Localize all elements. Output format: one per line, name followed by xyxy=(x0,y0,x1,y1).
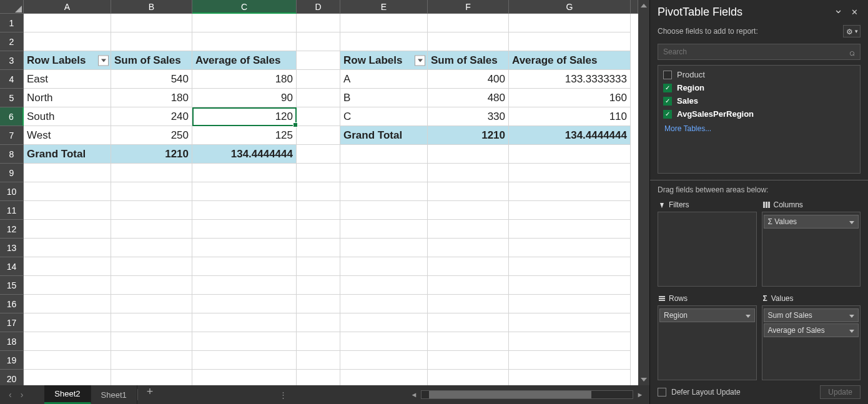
bg-cell[interactable] xyxy=(24,239,111,257)
row-header-17[interactable]: 17 xyxy=(0,313,24,332)
values-drop-zone[interactable]: Sum of SalesAverage of Sales xyxy=(762,305,861,380)
bg-cell[interactable] xyxy=(111,295,192,313)
bg-cell[interactable] xyxy=(297,107,340,126)
field-checkbox[interactable] xyxy=(663,110,672,119)
sheet-tab[interactable]: Sheet1 xyxy=(91,385,137,404)
cell-A7[interactable]: West xyxy=(24,126,111,145)
cell-F5[interactable]: 480 xyxy=(428,89,509,107)
row-header-12[interactable]: 12 xyxy=(0,220,24,239)
bg-cell[interactable] xyxy=(297,257,340,276)
filters-drop-zone[interactable] xyxy=(658,212,757,287)
area-chip[interactable]: Sum of Sales xyxy=(764,308,859,322)
bg-cell[interactable] xyxy=(24,201,111,220)
bg-cell[interactable] xyxy=(192,201,297,220)
add-sheet-button[interactable]: + xyxy=(138,385,162,404)
cell-C8[interactable]: 134.4444444 xyxy=(192,145,297,164)
bg-cell[interactable] xyxy=(340,332,428,351)
bg-cell[interactable] xyxy=(111,313,192,332)
bg-cell[interactable] xyxy=(111,220,192,239)
bg-cell[interactable] xyxy=(509,164,631,182)
bg-cell[interactable] xyxy=(297,239,340,257)
scroll-up-icon[interactable] xyxy=(638,0,649,11)
collapse-pane-icon[interactable] xyxy=(832,5,844,19)
bg-cell[interactable] xyxy=(509,145,631,164)
defer-update-checkbox[interactable] xyxy=(658,388,666,397)
bg-cell[interactable] xyxy=(297,370,340,385)
bg-cell[interactable] xyxy=(509,182,631,201)
cell-B7[interactable]: 250 xyxy=(111,126,192,145)
row-header-4[interactable]: 4 xyxy=(0,70,24,89)
bg-cell[interactable] xyxy=(428,370,509,385)
cell-G5[interactable]: 160 xyxy=(509,89,631,107)
bg-cell[interactable] xyxy=(192,220,297,239)
vertical-scrollbar[interactable] xyxy=(638,0,649,385)
cell-B5[interactable]: 180 xyxy=(111,89,192,107)
bg-cell[interactable] xyxy=(192,32,297,51)
chip-dropdown-icon[interactable] xyxy=(846,326,854,335)
field-checkbox[interactable] xyxy=(663,97,672,106)
cell-A8[interactable]: Grand Total xyxy=(24,145,111,164)
cell-E5[interactable]: B xyxy=(340,89,428,107)
cell-G4[interactable]: 133.3333333 xyxy=(509,70,631,89)
bg-cell[interactable] xyxy=(111,14,192,32)
bg-cell[interactable] xyxy=(428,351,509,370)
bg-cell[interactable] xyxy=(297,276,340,295)
col-header-C[interactable]: C xyxy=(192,0,297,14)
grid[interactable]: ABCDEFG 1234567891011121314151617181920 … xyxy=(0,0,649,385)
row-header-2[interactable]: 2 xyxy=(0,32,24,51)
row-header-13[interactable]: 13 xyxy=(0,239,24,257)
bg-cell[interactable] xyxy=(297,70,340,89)
bg-cell[interactable] xyxy=(428,32,509,51)
bg-cell[interactable] xyxy=(297,126,340,145)
cell-A6[interactable]: South xyxy=(24,107,111,126)
hscroll-thumb[interactable] xyxy=(429,391,591,398)
bg-cell[interactable] xyxy=(509,295,631,313)
bg-cell[interactable] xyxy=(340,351,428,370)
bg-cell[interactable] xyxy=(192,332,297,351)
cell-C5[interactable]: 90 xyxy=(192,89,297,107)
col-header-B[interactable]: B xyxy=(111,0,192,14)
row-header-8[interactable]: 8 xyxy=(0,145,24,164)
row-header-11[interactable]: 11 xyxy=(0,201,24,220)
prev-sheet-icon[interactable]: ‹ xyxy=(9,390,12,400)
bg-cell[interactable] xyxy=(111,32,192,51)
bg-cell[interactable] xyxy=(297,51,340,70)
more-tables-link[interactable]: More Tables... xyxy=(658,121,860,137)
col-header-D[interactable]: D xyxy=(297,0,340,14)
bg-cell[interactable] xyxy=(297,182,340,201)
bg-cell[interactable] xyxy=(24,313,111,332)
field-item-region[interactable]: Region xyxy=(658,81,860,94)
cell-E7[interactable]: Grand Total xyxy=(340,126,428,145)
select-all-corner[interactable] xyxy=(0,0,24,14)
cells-layer[interactable]: Row LabelsSum of SalesAverage of SalesEa… xyxy=(24,14,649,385)
field-checkbox[interactable] xyxy=(663,84,672,92)
area-chip[interactable]: Region xyxy=(659,308,755,322)
filter-dropdown-icon[interactable] xyxy=(415,55,425,66)
bg-cell[interactable] xyxy=(24,14,111,32)
bg-cell[interactable] xyxy=(111,370,192,385)
bg-cell[interactable] xyxy=(297,89,340,107)
row-header-1[interactable]: 1 xyxy=(0,14,24,32)
field-item-product[interactable]: Product xyxy=(658,68,860,81)
row-header-7[interactable]: 7 xyxy=(0,126,24,145)
bg-cell[interactable] xyxy=(428,182,509,201)
bg-cell[interactable] xyxy=(509,257,631,276)
row-header-9[interactable]: 9 xyxy=(0,164,24,182)
bg-cell[interactable] xyxy=(428,14,509,32)
bg-cell[interactable] xyxy=(509,14,631,32)
row-header-10[interactable]: 10 xyxy=(0,182,24,201)
bg-cell[interactable] xyxy=(192,351,297,370)
bg-cell[interactable] xyxy=(509,32,631,51)
bg-cell[interactable] xyxy=(111,201,192,220)
row-header-20[interactable]: 20 xyxy=(0,370,24,385)
col-header-F[interactable]: F xyxy=(428,0,509,14)
bg-cell[interactable] xyxy=(428,257,509,276)
bg-cell[interactable] xyxy=(24,370,111,385)
bg-cell[interactable] xyxy=(509,332,631,351)
bg-cell[interactable] xyxy=(297,164,340,182)
bg-cell[interactable] xyxy=(24,182,111,201)
chip-dropdown-icon[interactable] xyxy=(846,217,854,226)
bg-cell[interactable] xyxy=(24,32,111,51)
cell-B3[interactable]: Sum of Sales xyxy=(111,51,192,70)
field-item-sales[interactable]: Sales xyxy=(658,94,860,107)
